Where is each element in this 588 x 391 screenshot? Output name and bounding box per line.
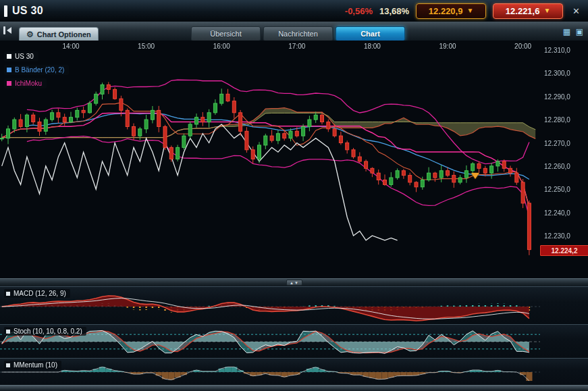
legend-label: IchiMoku [15, 80, 42, 87]
price-axis-label: 12.270,0 [544, 139, 570, 147]
buy-button[interactable]: 12.221,6 ▼ [493, 3, 563, 19]
momentum-label: MMentum (10) [4, 361, 61, 369]
time-axis-label: 20:00 [514, 43, 531, 50]
trading-window: US 30 -0,56% 13,68% 12.220,9 ▼ 12.221,6 … [0, 0, 588, 391]
time-axis-label: 18:00 [364, 43, 381, 50]
order-marker-icon[interactable] [471, 173, 479, 179]
instrument-header: US 30 [0, 5, 43, 17]
arrow-down-icon: ▼ [466, 7, 473, 14]
sell-button[interactable]: 12.220,9 ▼ [416, 3, 486, 19]
price-axis-label: 12.250,0 [544, 186, 570, 193]
price-axis-label: 12.290,0 [544, 93, 570, 100]
tab-uebersicht[interactable]: Übersicht [191, 26, 261, 41]
momentum-canvas[interactable] [0, 359, 588, 386]
legend-item[interactable]: B Bänder (20, 2) [4, 65, 69, 75]
legend-item[interactable]: US 30 [4, 51, 38, 61]
view-tabs: ÜbersichtNachrichtenChart [191, 26, 405, 41]
indicator-swatch-icon [6, 363, 10, 367]
range-percent: 13,68% [379, 6, 409, 16]
macd-canvas[interactable] [0, 287, 588, 325]
price-axis-label: 12.280,0 [544, 116, 570, 124]
main-chart-area: 14:0015:0016:0017:0018:0019:0020:00 12.3… [0, 41, 588, 278]
close-icon[interactable]: ✕ [570, 6, 583, 16]
stoch-label: Stoch (10, 10, 0.8, 0.2) [4, 327, 86, 336]
title-bar: US 30 -0,56% 13,68% 12.220,9 ▼ 12.221,6 … [0, 0, 588, 22]
chart-layout-icon[interactable]: ▦ [562, 28, 571, 36]
macd-label: MACD (12, 26, 9) [4, 289, 70, 298]
indicator-swatch-icon [6, 292, 10, 296]
bottom-bar [0, 385, 588, 391]
time-axis-label: 17:00 [288, 43, 305, 50]
price-axis-label: 12.300,0 [544, 70, 570, 77]
sell-price: 12.220,9 [429, 6, 463, 16]
tab-nachrichten[interactable]: Nachrichten [263, 26, 333, 41]
legend-label: B Bänder (20, 2) [15, 66, 64, 74]
arrow-down-icon: ▼ [543, 7, 550, 14]
time-axis-label: 19:00 [439, 43, 456, 50]
stoch-panel: Stoch (10, 10, 0.8, 0.2) [0, 324, 588, 359]
legend-swatch-icon [7, 81, 11, 86]
splitter-toggle-button[interactable]: ▲▼ [286, 280, 302, 286]
momentum-panel: MMentum (10) [0, 358, 588, 386]
time-axis-label: 16:00 [213, 43, 230, 50]
chart-legend: US 30B Bänder (20, 2)IchiMoku [4, 51, 69, 88]
price-axis-label: 12.240,0 [544, 209, 570, 216]
main-chart-canvas[interactable] [0, 41, 588, 278]
buy-price: 12.221,6 [506, 6, 540, 16]
macd-panel: MACD (12, 26, 9) [0, 286, 588, 325]
indicator-swatch-icon [6, 330, 10, 334]
legend-swatch-icon [7, 68, 11, 72]
tab-chart[interactable]: Chart [336, 26, 405, 41]
last-price-tag: 12.224,2 [540, 245, 588, 256]
stoch-canvas[interactable] [0, 325, 588, 359]
instrument-title: US 30 [12, 5, 43, 17]
gear-icon: ⚙ [26, 30, 34, 38]
price-axis-label: 12.230,0 [544, 232, 570, 240]
legend-label: US 30 [15, 53, 34, 60]
legend-swatch-icon [7, 54, 11, 59]
collapse-panel-icon[interactable] [3, 26, 11, 34]
legend-item[interactable]: IchiMoku [4, 78, 47, 88]
time-axis: 14:0015:0016:0017:0018:0019:0020:00 [0, 41, 588, 51]
chart-toolbar: ⚙ Chart Optionen ÜbersichtNachrichtenCha… [0, 22, 588, 41]
chart-options-button[interactable]: ⚙ Chart Optionen [19, 27, 99, 41]
instrument-icon [4, 5, 7, 17]
price-axis-label: 12.310,0 [544, 47, 570, 54]
window-icon[interactable]: ▣ [575, 28, 584, 36]
time-axis-label: 15:00 [138, 43, 155, 50]
change-percent: -0,56% [345, 6, 373, 16]
time-axis-label: 14:00 [62, 43, 79, 50]
price-axis-label: 12.260,0 [544, 162, 570, 170]
